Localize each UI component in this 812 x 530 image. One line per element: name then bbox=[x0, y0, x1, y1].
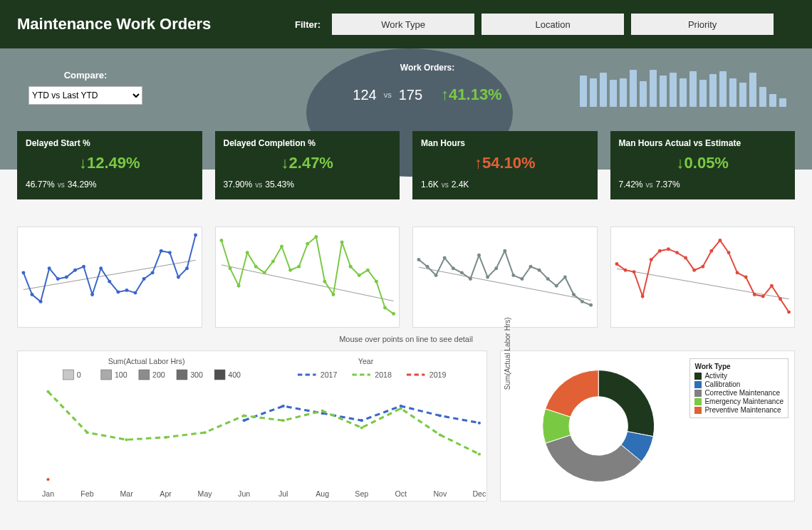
svg-point-1 bbox=[21, 271, 25, 274]
svg-point-50 bbox=[460, 271, 464, 274]
svg-rect-98 bbox=[214, 370, 225, 380]
compare-block: Compare: YTD vs Last YTD bbox=[28, 70, 142, 105]
svg-point-59 bbox=[538, 269, 541, 272]
svg-point-65 bbox=[589, 303, 593, 307]
kpi-sparkline-2[interactable] bbox=[412, 227, 598, 328]
compare-select[interactable]: YTD vs Last YTD bbox=[28, 86, 142, 105]
svg-point-27 bbox=[254, 265, 257, 269]
svg-point-60 bbox=[546, 277, 550, 281]
svg-point-19 bbox=[177, 276, 180, 279]
svg-point-20 bbox=[185, 266, 189, 270]
svg-point-47 bbox=[434, 274, 438, 277]
svg-point-42 bbox=[383, 306, 387, 310]
svg-line-0 bbox=[24, 260, 196, 289]
bottom-row: Sum(Actual Labor Hrs)Year010020030040020… bbox=[0, 350, 812, 519]
svg-point-106 bbox=[243, 419, 246, 422]
svg-point-8 bbox=[82, 265, 85, 269]
kpi-card-1[interactable]: Delayed Completion %↓2.47%37.90%vs35.43% bbox=[215, 131, 400, 199]
svg-point-116 bbox=[164, 436, 167, 439]
svg-point-10 bbox=[99, 266, 103, 270]
summary-band: Compare: YTD vs Last YTD Work Orders: 12… bbox=[0, 48, 812, 170]
filter-location[interactable]: Location bbox=[482, 14, 624, 35]
svg-point-123 bbox=[439, 434, 442, 437]
svg-point-3 bbox=[39, 300, 43, 303]
svg-point-118 bbox=[243, 415, 246, 417]
compare-label: Compare: bbox=[28, 70, 142, 80]
svg-text:400: 400 bbox=[228, 371, 241, 379]
svg-rect-92 bbox=[101, 370, 112, 380]
svg-point-120 bbox=[321, 410, 324, 412]
kpi-card-values: 46.77%vs34.29% bbox=[26, 180, 194, 189]
svg-point-5 bbox=[56, 277, 60, 281]
svg-point-38 bbox=[348, 265, 352, 269]
kpi-sparkline-1[interactable] bbox=[215, 227, 400, 328]
svg-text:100: 100 bbox=[115, 371, 127, 379]
svg-point-32 bbox=[297, 265, 301, 269]
kpi-card-title: Man Hours Actual vs Estimate bbox=[619, 138, 787, 148]
svg-point-41 bbox=[374, 280, 378, 284]
work-orders-a: 124 bbox=[353, 87, 376, 103]
svg-point-122 bbox=[400, 407, 402, 410]
svg-point-55 bbox=[503, 249, 506, 253]
svg-point-119 bbox=[282, 419, 285, 422]
svg-point-21 bbox=[194, 234, 197, 237]
svg-point-71 bbox=[649, 258, 652, 261]
svg-point-45 bbox=[417, 258, 420, 261]
kpi-card-delta: ↓0.05% bbox=[619, 154, 787, 172]
svg-point-109 bbox=[360, 419, 363, 422]
kpi-sparkline-0[interactable] bbox=[17, 227, 202, 328]
kpi-card-title: Delayed Completion % bbox=[224, 138, 392, 148]
kpi-sparklines-row bbox=[0, 227, 812, 328]
work-orders-delta: ↑41.13% bbox=[441, 85, 502, 104]
svg-text:2017: 2017 bbox=[321, 371, 338, 379]
kpi-card-values: 1.6Kvs2.4K bbox=[421, 180, 589, 189]
svg-point-83 bbox=[752, 293, 756, 296]
svg-point-74 bbox=[675, 251, 679, 254]
kpi-cards-row: Delayed Start %↓12.49%46.77%vs34.29%Dela… bbox=[17, 131, 795, 199]
kpi-card-values: 7.42%vs7.37% bbox=[619, 180, 787, 189]
svg-point-72 bbox=[657, 249, 661, 253]
kpi-card-2[interactable]: Man Hours↑54.10%1.6Kvs2.4K bbox=[412, 131, 598, 199]
svg-point-39 bbox=[357, 274, 360, 277]
filter-priority[interactable]: Priority bbox=[631, 14, 774, 35]
kpi-card-values: 37.90%vs35.43% bbox=[224, 180, 392, 189]
svg-text:Aug: Aug bbox=[316, 490, 329, 498]
kpi-sparkline-3[interactable] bbox=[610, 227, 796, 328]
svg-point-34 bbox=[314, 235, 318, 239]
svg-point-43 bbox=[392, 312, 395, 316]
svg-point-81 bbox=[735, 271, 739, 274]
svg-text:Feb: Feb bbox=[80, 490, 94, 498]
filter-work-type[interactable]: Work Type bbox=[332, 14, 474, 35]
svg-rect-94 bbox=[139, 370, 150, 380]
donut-ylabel: Sum(Actual Labor Hrs) bbox=[504, 317, 511, 390]
svg-point-40 bbox=[365, 269, 369, 272]
svg-point-124 bbox=[478, 453, 481, 456]
svg-point-113 bbox=[46, 390, 49, 393]
svg-point-75 bbox=[684, 256, 687, 260]
kpi-card-0[interactable]: Delayed Start %↓12.49%46.77%vs34.29% bbox=[17, 131, 202, 199]
labor-by-month-chart[interactable]: Sum(Actual Labor Hrs)Year010020030040020… bbox=[17, 350, 487, 502]
svg-point-51 bbox=[469, 277, 472, 281]
work-orders-vs: vs bbox=[384, 90, 392, 99]
svg-point-30 bbox=[280, 245, 283, 249]
svg-point-6 bbox=[65, 276, 68, 279]
svg-rect-96 bbox=[177, 370, 187, 380]
svg-text:Dec: Dec bbox=[472, 490, 486, 498]
svg-point-26 bbox=[245, 251, 249, 254]
svg-point-12 bbox=[116, 290, 120, 293]
svg-point-68 bbox=[623, 269, 627, 272]
kpi-card-3[interactable]: Man Hours Actual vs Estimate↓0.05%7.42%v… bbox=[610, 131, 796, 199]
svg-point-52 bbox=[477, 254, 481, 257]
svg-point-37 bbox=[340, 240, 343, 244]
svg-text:Jun: Jun bbox=[238, 490, 250, 498]
svg-text:200: 200 bbox=[152, 371, 165, 379]
work-type-donut-chart[interactable]: Sum(Actual Labor Hrs) Work TypeActivityC… bbox=[500, 350, 795, 502]
svg-point-117 bbox=[203, 431, 206, 434]
svg-text:0: 0 bbox=[77, 371, 81, 379]
svg-text:May: May bbox=[198, 490, 213, 498]
svg-point-35 bbox=[323, 280, 326, 284]
svg-point-17 bbox=[160, 249, 163, 253]
svg-point-63 bbox=[572, 293, 576, 296]
svg-point-46 bbox=[426, 265, 430, 269]
svg-point-80 bbox=[727, 251, 730, 254]
